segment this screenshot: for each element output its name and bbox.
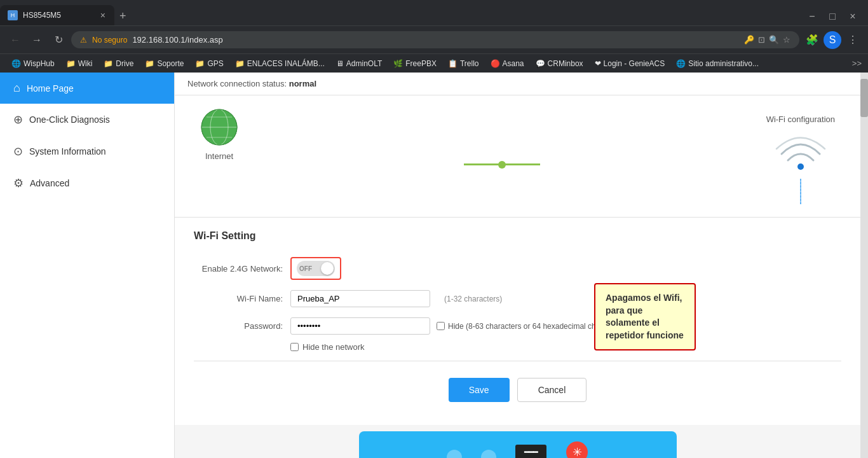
bookmark-sitio-label: Sitio administrativo... [688,59,759,68]
sidebar-item-advanced[interactable]: ⚙ Advanced [0,167,174,199]
sidebar-item-advanced-label: Advanced [30,178,69,188]
scrollbar-thumb[interactable] [860,79,868,117]
bookmark-enlaces[interactable]: 📁 ENLACES INALÁMB... [230,57,330,70]
reset-icon: ✳ [566,441,588,458]
bookmark-freepbx-label: FreePBX [405,59,437,68]
note-text: Apagamos el Wifi, para que solamente el … [606,293,684,340]
address-text: 192.168.100.1/index.asp [132,35,222,45]
bookmarks-bar: 🌐 WispHub 📁 Wiki 📁 Drive 📁 Soporte 📁 GPS… [0,53,868,73]
tab-favicon: H [8,10,18,20]
bookmarks-more-button[interactable]: >> [852,59,862,68]
sidebar-item-diagnosis[interactable]: ⊕ One-Click Diagnosis [0,104,174,135]
active-tab[interactable]: H HS8545M5 × [0,5,114,25]
bookmark-star-icon[interactable]: ☆ [783,35,790,45]
hide-network-checkbox[interactable] [290,343,299,351]
enable-24g-label: Enable 2.4G Network: [194,264,283,274]
bookmark-sitio[interactable]: 🌐 Sitio administrativo... [671,57,764,70]
bookmark-trello-label: Trello [460,59,479,68]
bookmark-trello[interactable]: 📋 Trello [443,57,484,70]
insecure-icon: ⚠ [80,36,87,45]
bookmark-soporte[interactable]: 📁 Soporte [140,57,189,70]
bookmark-crminbox-label: CRMinbox [548,59,583,68]
address-right-icons: 🔑 ⊡ 🔍 ☆ [744,35,790,45]
bookmark-asana-icon: 🔴 [491,59,500,68]
bookmark-gps-label: GPS [207,59,223,68]
sidebar-item-system-info[interactable]: ⊙ System Information [0,135,174,167]
bookmark-gps[interactable]: 📁 GPS [190,57,228,70]
lock-icon: 🔑 [744,35,754,45]
bookmark-crminbox[interactable]: 💬 CRMinbox [531,57,588,70]
divider [194,361,841,361]
bookmark-adminolt-icon: 🖥 [336,59,344,68]
nav-right-icons: 🧩 S ⋮ [803,31,862,49]
save-button[interactable]: Save [449,378,510,402]
home-icon: ⌂ [13,81,20,95]
bookmark-gps-icon: 📁 [195,59,205,68]
zoom-icon[interactable]: 🔍 [769,35,779,45]
password-row: Password: Hide (8-63 characters or 64 he… [194,312,841,340]
content-area: Network connection status: normal [175,73,860,458]
svg-point-6 [797,163,804,170]
wifi-config-label: Wi-Fi configuration [766,114,835,124]
sidebar-item-home[interactable]: ⌂ Home Page [0,73,174,104]
profile-button[interactable]: S [824,31,841,49]
hide-password-checkbox[interactable] [437,322,445,330]
extensions-button[interactable]: 🧩 [803,31,821,49]
back-button[interactable]: ← [6,31,24,49]
right-scrollbar[interactable] [860,73,868,458]
wifi-name-input[interactable] [290,290,430,307]
cancel-button[interactable]: Cancel [517,378,587,402]
password-field-group: Hide (8-63 characters or 64 hexadecimal … [290,317,626,335]
toggle-off-label: OFF [299,265,312,272]
bookmark-freepbx-icon: 🌿 [393,59,403,68]
sidebar-item-home-label: Home Page [27,83,74,94]
window-close-button[interactable]: × [844,8,862,25]
hide-network-row: Hide the network [194,340,841,354]
device-led-center [481,450,496,458]
bookmark-adminolt[interactable]: 🖥 AdminOLT [331,57,387,70]
sidebar-item-system-info-label: System Information [29,146,106,156]
sidebar-item-diagnosis-label: One-Click Diagnosis [29,114,110,125]
network-status-value: normal [289,79,316,88]
bookmark-genieacs[interactable]: ❤ Login - GenieACS [590,57,670,70]
window-minimize-button[interactable]: − [803,8,821,25]
sidebar: ⌂ Home Page ⊕ One-Click Diagnosis ⊙ Syst… [0,73,175,458]
bookmark-wiki[interactable]: 📁 Wiki [61,57,98,70]
bookmark-wisphub-label: WispHub [24,59,55,68]
note-box: Apagamos el Wifi, para que solamente el … [594,283,696,350]
enable-24g-control: OFF [290,257,341,280]
bookmark-soporte-label: Soporte [157,59,184,68]
wifi-name-label: Wi-Fi Name: [194,294,283,303]
device-usb-port: ━━━ USB [515,445,546,458]
bookmark-soporte-icon: 📁 [145,59,154,68]
refresh-button[interactable]: ↻ [50,31,67,49]
bookmark-drive-label: Drive [116,59,133,68]
forward-button[interactable]: → [28,31,46,49]
diagnosis-icon: ⊕ [13,113,23,127]
bookmark-wisphub[interactable]: 🌐 WispHub [6,57,60,70]
network-status-prefix: Network connection status: [187,79,287,88]
new-tab-button[interactable]: + [114,7,132,25]
bookmark-wiki-icon: 📁 [66,59,76,68]
bookmark-wiki-label: Wiki [78,59,93,68]
insecure-label: No seguro [92,36,127,45]
window-maximize-button[interactable]: □ [824,8,841,25]
bookmark-asana[interactable]: 🔴 Asana [485,57,529,70]
hide-network-label: Hide the network [302,342,365,352]
enable-24g-toggle[interactable]: OFF [297,261,335,276]
translate-icon[interactable]: ⊡ [758,35,765,45]
bookmark-enlaces-icon: 📁 [235,59,245,68]
password-input[interactable] [290,317,430,335]
menu-button[interactable]: ⋮ [844,31,862,49]
tab-close-button[interactable]: × [99,9,107,22]
bookmark-drive[interactable]: 📁 Drive [98,57,139,70]
address-bar[interactable]: ⚠ No seguro 192.168.100.1/index.asp 🔑 ⊡ … [71,31,799,48]
bookmark-freepbx[interactable]: 🌿 FreePBX [388,57,442,70]
password-label: Password: [194,321,283,331]
device-reset-button[interactable]: ✳ RESET [566,441,589,458]
bookmark-wisphub-icon: 🌐 [11,59,21,68]
internet-globe: Internet [200,108,238,161]
bookmark-sitio-icon: 🌐 [676,59,686,68]
connection-line [464,163,540,169]
usb-port: ━━━ [515,445,546,458]
